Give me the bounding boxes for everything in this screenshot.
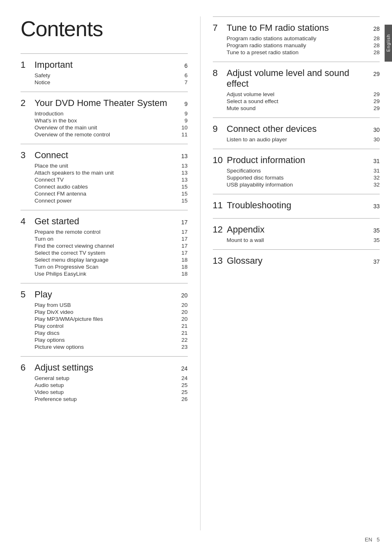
sub-item-label: Select the correct TV system [35, 250, 178, 256]
list-item: Audio setup25 [35, 382, 188, 389]
sub-item-label: General setup [35, 375, 178, 381]
sub-items-2: Introduction9What's in the box9Overview … [21, 110, 188, 138]
list-item: Picture view options23 [35, 343, 188, 350]
section-title-7: Tune to FM radio stations [227, 23, 366, 33]
section-header-3: 3Connect13 [21, 150, 188, 161]
sub-item-label: Turn on Progressive Scan [35, 264, 178, 270]
sub-item-page: 17 [178, 229, 188, 235]
sub-item-page: 10 [178, 124, 188, 131]
bottom-label: EN 5 [365, 537, 380, 543]
list-item: Play options22 [35, 336, 188, 343]
section-number-8: 8 [213, 68, 223, 78]
sub-items-1: Safety6Notice7 [21, 72, 188, 86]
section-page-2: 9 [178, 101, 188, 107]
section-title-13: Glossary [227, 256, 366, 266]
sub-item-label: Play control [35, 323, 178, 329]
list-item: Place the unit13 [35, 162, 188, 169]
sub-item-label: Find the correct viewing channel [35, 243, 178, 249]
section-page-13: 37 [370, 258, 380, 265]
section-4: 4Get started17Prepare the remote control… [21, 210, 188, 283]
sub-item-page: 6 [178, 72, 188, 78]
section-7: 7Tune to FM radio stations28Program radi… [213, 16, 380, 62]
sub-item-page: 20 [178, 302, 188, 308]
list-item: Find the correct viewing channel17 [35, 242, 188, 249]
section-11: 11Troubleshooting33 [213, 194, 380, 218]
sub-items-12: Mount to a wall35 [213, 237, 380, 244]
section-header-13: 13Glossary37 [213, 256, 380, 266]
sub-item-page: 13 [178, 177, 188, 183]
section-header-5: 5Play20 [21, 289, 188, 300]
sub-item-label: Safety [35, 72, 178, 78]
sub-items-9: Listen to an audio player30 [213, 136, 380, 143]
section-number-1: 1 [21, 60, 30, 70]
section-10: 10Product information31Specifications31S… [213, 149, 380, 194]
section-page-4: 17 [178, 219, 188, 226]
list-item: Prepare the remote control17 [35, 228, 188, 235]
section-page-1: 6 [178, 62, 188, 69]
list-item: Connect audio cables15 [35, 183, 188, 190]
sub-item-page: 21 [178, 330, 188, 336]
section-number-10: 10 [213, 155, 223, 166]
section-header-8: 8Adjust volume level and sound effect29 [213, 68, 380, 89]
sub-item-page: 35 [370, 237, 380, 243]
section-number-13: 13 [213, 256, 223, 266]
section-12: 12Appendix35Mount to a wall35 [213, 218, 380, 249]
sub-item-page: 28 [370, 49, 380, 55]
sub-item-label: Play MP3/WMA/picture files [35, 316, 178, 322]
sub-item-label: Notice [35, 79, 178, 85]
list-item: Connect TV13 [35, 176, 188, 183]
sub-item-label: Connect FM antenna [35, 191, 178, 197]
page-container: English Contents 1Important6Safety6Notic… [0, 0, 392, 555]
page-title: Contents [21, 16, 188, 41]
sub-item-label: Prepare the remote control [35, 229, 178, 235]
list-item: Introduction9 [35, 110, 188, 117]
section-page-10: 31 [370, 158, 380, 164]
sub-item-page: 9 [178, 111, 188, 117]
section-title-12: Appendix [227, 224, 366, 235]
sub-item-label: Supported disc formats [227, 175, 370, 181]
section-number-4: 4 [21, 216, 30, 227]
list-item: Safety6 [35, 72, 188, 79]
sub-items-5: Play from USB20Play DivX video20Play MP3… [21, 302, 188, 350]
sub-item-label: Program radio stations automatically [227, 35, 370, 41]
list-item: Select menu display language18 [35, 256, 188, 263]
section-page-5: 20 [178, 292, 188, 299]
sub-item-page: 25 [178, 389, 188, 395]
list-item: Mount to a wall35 [227, 237, 380, 244]
sub-item-label: Select a sound effect [227, 98, 370, 104]
sub-item-label: Connect TV [35, 177, 178, 183]
sub-item-page: 24 [178, 375, 188, 381]
section-header-6: 6Adjust settings24 [21, 362, 188, 373]
sub-item-label: What's in the box [35, 117, 178, 124]
list-item: Play from USB20 [35, 302, 188, 309]
section-header-1: 1Important6 [21, 60, 188, 70]
list-item: Specifications31 [227, 167, 380, 174]
section-number-3: 3 [21, 150, 30, 161]
sub-item-page: 28 [370, 35, 380, 41]
list-item: Overview of the main unit10 [35, 124, 188, 131]
list-item: Turn on17 [35, 235, 188, 242]
sub-items-7: Program radio stations automatically28Pr… [213, 35, 380, 56]
sub-item-page: 29 [370, 98, 380, 104]
sub-item-label: USB playability information [227, 182, 370, 188]
section-page-6: 24 [178, 365, 188, 372]
list-item: General setup24 [35, 375, 188, 382]
sub-item-label: Overview of the main unit [35, 124, 178, 131]
sub-item-page: 15 [178, 191, 188, 197]
right-column: 7Tune to FM radio stations28Program radi… [201, 16, 380, 530]
sub-item-page: 17 [178, 250, 188, 256]
sub-items-4: Prepare the remote control17Turn on17Fin… [21, 228, 188, 277]
sub-item-page: 9 [178, 117, 188, 124]
sub-item-page: 26 [178, 396, 188, 402]
sub-item-page: 20 [178, 309, 188, 315]
section-number-11: 11 [213, 200, 223, 211]
list-item: Connect FM antenna15 [35, 190, 188, 197]
list-item: Play MP3/WMA/picture files20 [35, 315, 188, 322]
section-header-4: 4Get started17 [21, 216, 188, 227]
sub-item-page: 18 [178, 257, 188, 263]
list-item: Play DivX video20 [35, 309, 188, 315]
sub-item-label: Listen to an audio player [227, 136, 370, 143]
section-header-12: 12Appendix35 [213, 224, 380, 235]
list-item: Supported disc formats32 [227, 174, 380, 181]
list-item: Notice7 [35, 79, 188, 86]
